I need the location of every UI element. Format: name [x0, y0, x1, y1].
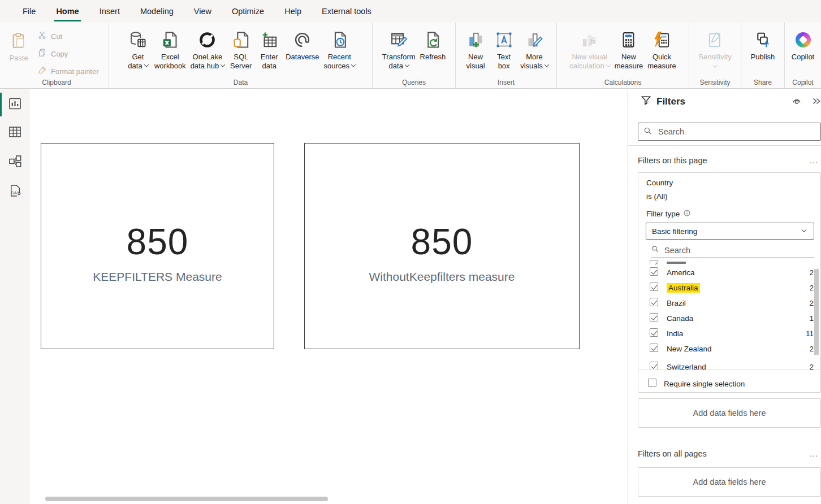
- text-box-button[interactable]: Text box: [490, 27, 518, 71]
- horizontal-scrollbar[interactable]: [45, 497, 328, 501]
- value-count: 1: [809, 314, 814, 323]
- list-scrollbar[interactable]: [814, 269, 819, 355]
- search-input[interactable]: [658, 127, 771, 136]
- menu-home[interactable]: Home: [46, 0, 89, 23]
- checkbox-checked[interactable]: [650, 267, 658, 276]
- new-visual-label: New visual: [466, 53, 485, 71]
- checkbox-checked[interactable]: [650, 362, 658, 370]
- format-painter-button[interactable]: Format painter: [37, 63, 99, 79]
- sidebar-item-report-view[interactable]: [0, 92, 29, 118]
- dropdown-chevron-icon: [712, 63, 717, 68]
- add-data-fields-dropzone-all[interactable]: Add data fields here: [638, 467, 821, 497]
- list-item-brazil[interactable]: Brazil 2: [638, 296, 821, 311]
- dataverse-button[interactable]: Dataverse: [283, 27, 321, 62]
- paste-button[interactable]: Paste: [5, 23, 33, 79]
- sidebar-item-dax-query-view[interactable]: DAX: [0, 179, 29, 205]
- list-divider: [638, 370, 821, 370]
- add-data-fields-dropzone-page[interactable]: Add data fields here: [638, 398, 821, 428]
- new-visual-button[interactable]: New visual: [461, 27, 490, 71]
- new-visual-calculation-button[interactable]: fx New visual calculation: [567, 27, 612, 71]
- sidebar-item-model-view[interactable]: [0, 149, 29, 175]
- excel-workbook-button[interactable]: Excel workbook: [152, 27, 188, 71]
- transform-data-icon: [390, 27, 408, 53]
- menu-insert[interactable]: Insert: [89, 0, 130, 23]
- dropdown-chevron-icon: [351, 63, 356, 67]
- menu-external-tools[interactable]: External tools: [312, 0, 382, 23]
- checkbox-checked[interactable]: [650, 344, 658, 352]
- list-item-australia[interactable]: Australia 2: [638, 280, 821, 296]
- more-visuals-label: More visuals: [520, 53, 548, 71]
- checkbox-checked[interactable]: [650, 298, 658, 306]
- sidebar-item-table-view[interactable]: [0, 120, 29, 146]
- menu-optimize[interactable]: Optimize: [222, 0, 274, 23]
- checkbox-checked[interactable]: [650, 283, 658, 291]
- quick-measure-button[interactable]: Quick measure: [645, 27, 679, 71]
- more-visuals-button[interactable]: More visuals: [518, 27, 551, 71]
- publish-button[interactable]: Publish: [749, 27, 777, 62]
- cut-button[interactable]: Cut: [37, 28, 99, 44]
- label-text: Sensitivity: [698, 53, 732, 61]
- require-single-selection-row[interactable]: Require single selection: [638, 375, 821, 392]
- checkbox-checked[interactable]: [650, 313, 658, 321]
- ribbon-group-label: Queries: [373, 79, 455, 86]
- dropdown-chevron-icon: [221, 63, 225, 67]
- filter-values-search-input[interactable]: [664, 246, 777, 255]
- ribbon-group-clipboard: Paste Cut Copy Format painter Clipboard: [5, 23, 109, 88]
- value-label: Brazil: [667, 299, 686, 307]
- card-visual-withoutkeepfilters[interactable]: 850 WithoutKeepfilters measure: [304, 143, 580, 349]
- ribbon-group-label: Calculations: [557, 79, 689, 86]
- transform-data-button[interactable]: Transform data: [380, 27, 418, 71]
- checkbox-checked[interactable]: [650, 328, 658, 337]
- filters-on-page-label: Filters on this page: [638, 156, 707, 165]
- copy-button[interactable]: Copy: [37, 46, 99, 62]
- enter-data-button[interactable]: Enter data: [255, 27, 283, 71]
- list-item-india[interactable]: India 11: [638, 326, 821, 341]
- collapse-pane-icon[interactable]: [811, 96, 821, 108]
- quick-measure-label: Quick measure: [647, 53, 676, 71]
- list-item-america[interactable]: America 2: [638, 265, 821, 280]
- sql-server-button[interactable]: SQL Server: [227, 27, 255, 71]
- sql-server-icon: [232, 27, 250, 53]
- card-visual-keepfilters[interactable]: 850 KEEPFILTERS Measure: [41, 143, 274, 349]
- filter-field-name: Country: [646, 179, 673, 187]
- menu-view[interactable]: View: [184, 0, 222, 23]
- list-item-canada[interactable]: Canada 1: [638, 311, 821, 326]
- new-measure-button[interactable]: New measure: [612, 27, 646, 71]
- info-icon[interactable]: [683, 209, 691, 219]
- all-filters-more-options[interactable]: ...: [810, 449, 818, 458]
- recent-sources-button[interactable]: Recent sources: [321, 27, 357, 71]
- filter-type-label: Filter type: [646, 209, 691, 219]
- copilot-button[interactable]: Copilot: [789, 27, 817, 62]
- filter-type-dropdown[interactable]: Basic filtering: [646, 223, 814, 240]
- dropdown-chevron-icon: [144, 63, 148, 67]
- filters-search-box[interactable]: [638, 123, 821, 141]
- filters-title: Filters: [656, 96, 685, 107]
- format-painter-label: Format painter: [51, 67, 99, 76]
- onelake-data-hub-button[interactable]: OneLake data hub: [188, 27, 227, 71]
- list-item-new-zealand[interactable]: New Zealand 2: [638, 341, 821, 357]
- dataverse-label: Dataverse: [286, 53, 319, 62]
- menu-help[interactable]: Help: [274, 0, 312, 23]
- filter-values-list: America 2 Australia 2 Brazil 2 Canada 1 …: [638, 265, 821, 370]
- refresh-button[interactable]: Refresh: [418, 27, 448, 62]
- recent-sources-icon: [330, 27, 349, 53]
- menu-modeling[interactable]: Modeling: [130, 0, 184, 23]
- model-view-icon: [7, 154, 23, 171]
- enter-data-label: Enter data: [261, 53, 278, 71]
- publish-icon: [753, 27, 772, 53]
- view-sidebar: DAX: [0, 89, 29, 504]
- page-filters-more-options[interactable]: ...: [810, 156, 818, 165]
- ribbon-group-label: Insert: [456, 79, 556, 86]
- value-count: 11: [806, 329, 814, 338]
- sensitivity-button[interactable]: Sensitivity: [696, 27, 734, 68]
- get-data-button[interactable]: Get data: [124, 27, 152, 71]
- cut-icon: [37, 31, 47, 42]
- menu-file[interactable]: File: [12, 0, 46, 23]
- checkbox-unchecked[interactable]: [648, 379, 656, 387]
- excel-workbook-label: Excel workbook: [154, 53, 186, 71]
- filter-values-search[interactable]: [651, 243, 814, 258]
- checkbox[interactable]: [650, 260, 658, 264]
- quick-measure-icon: [653, 27, 671, 53]
- list-item-switzerland[interactable]: Switzerland 2: [638, 359, 821, 370]
- preview-eye-icon[interactable]: [792, 96, 802, 108]
